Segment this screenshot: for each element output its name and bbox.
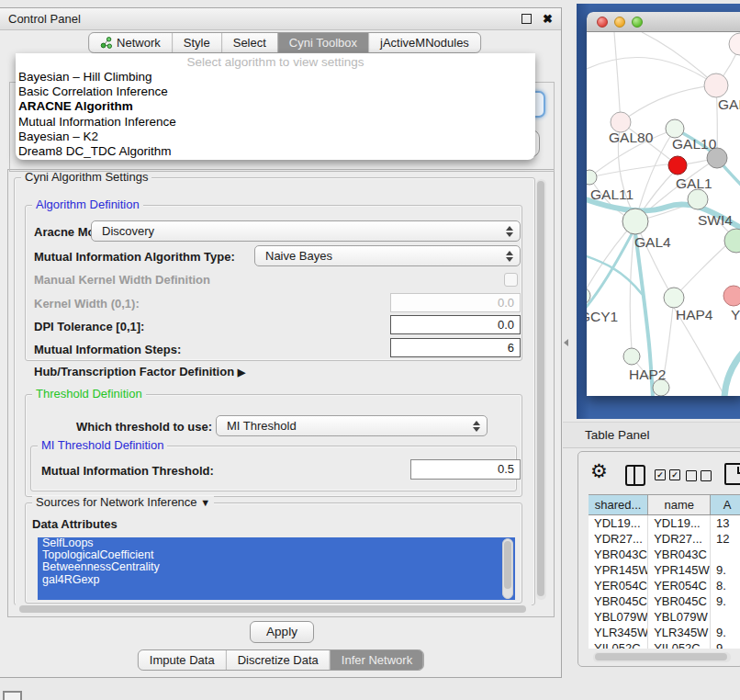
tab-network[interactable]: Network bbox=[89, 33, 172, 52]
tab-style[interactable]: Style bbox=[172, 33, 221, 52]
table-row[interactable]: YER054CYER054C8. bbox=[589, 578, 740, 593]
minimize-traffic-light[interactable] bbox=[614, 17, 625, 28]
sources-title[interactable]: Sources for Network Inference ▼ bbox=[32, 496, 214, 509]
network-edge-highlighted[interactable] bbox=[587, 253, 642, 294]
table-cell: YBL079W bbox=[648, 609, 711, 625]
minimized-panel-icon[interactable] bbox=[3, 691, 22, 700]
settings-horizontal-scrollbar[interactable] bbox=[16, 604, 532, 615]
network-edge-highlighted[interactable] bbox=[587, 232, 633, 319]
hub-definition-toggle[interactable]: Hub/Transcription Factor Definition ▶ bbox=[34, 365, 245, 378]
mi-type-select[interactable]: Naive Bayes bbox=[254, 245, 521, 266]
cyni-settings-scrollpane: Cyni Algorithm Settings Algorithm Defini… bbox=[7, 169, 555, 617]
table-row[interactable]: YIL052CYIL052C9. bbox=[589, 640, 740, 649]
node-swi4[interactable] bbox=[724, 229, 740, 253]
collapse-down-icon: ▼ bbox=[200, 497, 210, 508]
node-gal11[interactable] bbox=[587, 170, 597, 185]
tab-label: jActiveMNodules bbox=[380, 36, 469, 50]
dpi-tolerance-field[interactable]: 0.0 bbox=[390, 315, 521, 334]
apply-button[interactable]: Apply bbox=[250, 621, 314, 643]
attribute-item[interactable]: gal4RGexp bbox=[38, 574, 515, 586]
table-row[interactable]: YDR27...YDR27...12 bbox=[589, 531, 740, 547]
network-canvas[interactable]: GALGAL80GAL10GAL1GAL11SWI4GAL4GCY1HAP4YH… bbox=[587, 32, 740, 396]
node-red-selected[interactable] bbox=[668, 156, 687, 175]
kernel-width-label: Kernel Width (0,1): bbox=[34, 297, 140, 310]
algorithm-option[interactable]: Dream8 DC_TDC Algorithm bbox=[16, 144, 535, 159]
table-row[interactable]: YBR045CYBR045C9. bbox=[589, 593, 740, 609]
node-gal4[interactable] bbox=[622, 209, 648, 234]
node-top-right[interactable] bbox=[729, 33, 740, 55]
table-cell: YDL19... bbox=[589, 515, 648, 531]
network-view-window[interactable]: GALGAL80GAL10GAL1GAL11SWI4GAL4GCY1HAP4YH… bbox=[587, 12, 740, 396]
mi-steps-field[interactable]: 6 bbox=[390, 338, 521, 357]
table-cell: YBR045C bbox=[648, 593, 711, 609]
node-salmon[interactable] bbox=[723, 286, 740, 306]
network-edge-highlighted[interactable] bbox=[724, 346, 740, 396]
tab-impute-data[interactable]: Impute Data bbox=[139, 650, 226, 670]
node-hap2[interactable] bbox=[623, 348, 640, 365]
mi-type-label: Mutual Information Algorithm Type: bbox=[34, 250, 235, 264]
settings-gear-icon[interactable]: ⚙ bbox=[590, 460, 608, 482]
close-traffic-light[interactable] bbox=[597, 17, 608, 28]
float-window-icon[interactable] bbox=[521, 14, 532, 24]
node-label: SWI4 bbox=[698, 212, 733, 228]
select-all-icon[interactable]: ✓✓ bbox=[655, 469, 680, 480]
attribute-item[interactable]: BetweennessCentrality bbox=[38, 561, 515, 573]
table-row[interactable]: YLR345WYLR345W9. bbox=[589, 625, 740, 640]
tab-label: Infer Network bbox=[342, 653, 412, 667]
threshold-definition-title: Threshold Definition bbox=[32, 388, 146, 401]
algorithm-option[interactable]: Bayesian – Hill Climbing bbox=[16, 70, 535, 85]
table-cell: YER054C bbox=[589, 578, 648, 593]
aracne-mode-select[interactable]: Discovery bbox=[91, 220, 521, 242]
deselect-all-icon[interactable] bbox=[686, 470, 712, 481]
algorithm-option[interactable]: Basic Correlation Inference bbox=[16, 85, 535, 99]
mi-threshold-field[interactable]: 0.5 bbox=[410, 459, 521, 480]
data-attributes-list[interactable]: SelfLoopsTopologicalCoefficientBetweenne… bbox=[38, 537, 515, 600]
settings-vertical-scrollbar[interactable] bbox=[536, 179, 546, 600]
node-label: GAL1 bbox=[676, 175, 712, 191]
node-gal1[interactable] bbox=[688, 189, 708, 209]
network-edge[interactable] bbox=[614, 32, 621, 122]
network-edge[interactable] bbox=[621, 85, 716, 122]
network-edge[interactable] bbox=[587, 58, 716, 85]
manual-kernel-checkbox[interactable] bbox=[504, 273, 518, 287]
node-hap4[interactable] bbox=[664, 288, 684, 308]
table-cell: 9. bbox=[711, 562, 740, 578]
tab-cyni-toolbox[interactable]: Cyni Toolbox bbox=[277, 33, 368, 52]
which-threshold-select[interactable]: MI Threshold bbox=[216, 415, 488, 436]
table-row[interactable]: YPR145WYPR145W9. bbox=[589, 562, 740, 578]
algorithm-option[interactable]: Mutual Information Inference bbox=[16, 115, 535, 130]
which-threshold-value: MI Threshold bbox=[217, 419, 468, 433]
close-icon[interactable]: ✖ bbox=[543, 13, 553, 25]
table-cell: YPR145W bbox=[648, 562, 711, 578]
table-cell: 8. bbox=[711, 578, 740, 593]
split-column-icon[interactable] bbox=[625, 465, 645, 486]
attribute-list-scrollbar[interactable] bbox=[502, 538, 513, 599]
node-gal-cut[interactable] bbox=[704, 73, 728, 97]
network-edge[interactable] bbox=[674, 245, 726, 298]
tab-select[interactable]: Select bbox=[221, 33, 277, 52]
panel-divider-collapse-icon[interactable] bbox=[564, 339, 568, 346]
tab-infer-network[interactable]: Infer Network bbox=[330, 650, 423, 670]
tab-jactivemnodules[interactable]: jActiveMNodules bbox=[368, 33, 480, 52]
table-row[interactable]: YBR043CYBR043C bbox=[589, 547, 740, 562]
tab-discretize-data[interactable]: Discretize Data bbox=[226, 650, 330, 670]
column-header[interactable]: name bbox=[648, 495, 711, 514]
aracne-mode-value: Discovery bbox=[92, 224, 501, 238]
algorithm-option[interactable]: ARACNE Algorithm bbox=[16, 99, 535, 114]
kernel-width-field[interactable]: 0.0 bbox=[390, 293, 521, 312]
export-table-icon[interactable] bbox=[724, 463, 740, 485]
node-gal10[interactable] bbox=[666, 119, 684, 138]
column-header[interactable]: A bbox=[711, 495, 740, 514]
column-header[interactable]: shared... bbox=[589, 495, 648, 514]
table-cell bbox=[711, 547, 740, 562]
table-row[interactable]: YBL079WYBL079W bbox=[589, 609, 740, 625]
zoom-traffic-light[interactable] bbox=[632, 17, 643, 28]
tab-label: Style bbox=[184, 36, 210, 50]
algorithm-option[interactable]: Bayesian – K2 bbox=[16, 130, 535, 144]
network-edge[interactable] bbox=[587, 230, 628, 296]
node-label: HAP2 bbox=[629, 367, 667, 382]
table-row[interactable]: YDL19...YDL19...13 bbox=[589, 515, 740, 531]
network-window-titlebar[interactable] bbox=[587, 12, 740, 32]
table-horizontal-scrollbar[interactable] bbox=[593, 652, 731, 662]
network-edge[interactable] bbox=[589, 164, 674, 177]
